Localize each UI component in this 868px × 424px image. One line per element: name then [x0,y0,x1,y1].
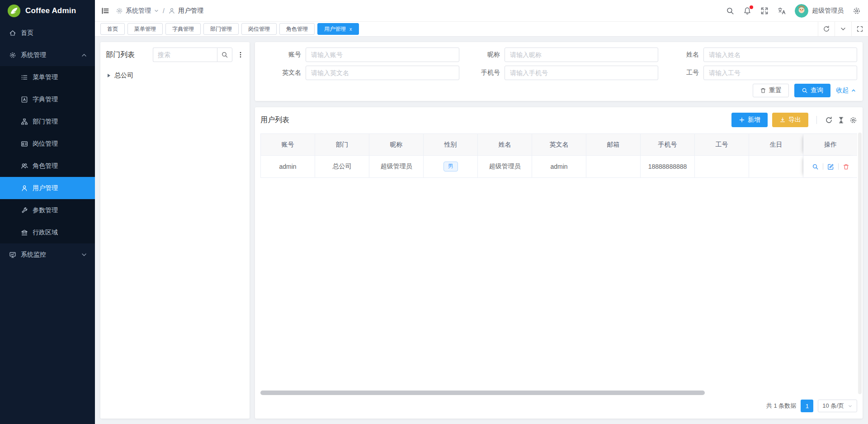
org-chart-icon [21,118,28,125]
col-header-en-name[interactable]: 英文名 [532,134,586,155]
sidebar-group-system[interactable]: 系统管理 [0,44,95,66]
vertical-scrollbar-track[interactable] [858,133,862,394]
translate-icon[interactable] [778,7,786,15]
tab-dict-mgmt[interactable]: 字典管理 [165,23,201,35]
tab-role-mgmt[interactable]: 角色管理 [279,23,315,35]
sidebar-item-param-mgmt[interactable]: 参数管理 [0,199,95,221]
tabbar-controls [818,22,868,36]
collapse-filter-link[interactable]: 收起 [836,86,856,95]
row-height-icon[interactable] [837,116,845,124]
col-header-phone[interactable]: 手机号 [641,134,695,155]
col-header-account[interactable]: 账号 [261,134,315,155]
chevron-down-icon [848,404,853,409]
tab-user-mgmt[interactable]: 用户管理 x [317,23,359,35]
refresh-icon[interactable] [818,22,835,36]
column-settings-gear-icon[interactable] [849,116,857,124]
nickname-input[interactable] [505,48,658,62]
field-label: 账号 [260,51,306,59]
caret-right-icon[interactable] [108,74,110,77]
col-header-email[interactable]: 邮箱 [586,134,641,155]
reset-label: 重置 [769,86,782,95]
id-card-icon [21,140,28,148]
filter-actions: 重置 查询 收起 [260,84,857,97]
right-column: 账号 昵称 姓名 英文名 [255,42,863,419]
notification-badge-dot [750,5,753,9]
sidebar-item-admin-region[interactable]: 行政区域 [0,221,95,243]
sidebar-item-menu-mgmt[interactable]: 菜单管理 [0,66,95,88]
col-header-dept[interactable]: 部门 [315,134,369,155]
tree-node-company[interactable]: 总公司 [106,69,244,82]
topbar: 系统管理 / 用户管理 [95,0,868,22]
sidebar-item-home[interactable]: 首页 [0,22,95,44]
tab-home[interactable]: 首页 [100,23,125,35]
collapse-sidebar-icon[interactable] [101,7,109,15]
col-header-job-no[interactable]: 工号 [695,134,749,155]
phone-input[interactable] [505,66,658,80]
sidebar-group-monitor[interactable]: 系统监控 [0,243,95,266]
collapse-label: 收起 [836,86,849,95]
tab-menu-mgmt[interactable]: 菜单管理 [127,23,163,35]
user-name: 超级管理员 [812,7,844,15]
filter-field-en-name: 英文名 [260,66,459,80]
search-icon [802,87,808,94]
sidebar-item-role-mgmt[interactable]: 角色管理 [0,155,95,177]
page-button-1[interactable]: 1 [801,400,813,412]
cell-gender: 男 [424,156,478,177]
sidebar-item-user-mgmt[interactable]: 用户管理 [0,177,95,199]
table-row[interactable]: admin 总公司 超级管理员 男 超级管理员 admin 1888888888… [260,156,857,178]
maximize-icon[interactable] [851,22,868,36]
tab-label: 部门管理 [210,25,232,33]
dept-search-button[interactable] [217,48,232,62]
breadcrumb: 系统管理 / 用户管理 [116,7,203,15]
user-list-card: 用户列表 新增 [255,107,863,419]
monitor-icon [9,251,16,258]
job-no-input[interactable] [703,66,857,80]
settings-gear-icon[interactable] [853,7,861,15]
en-name-input[interactable] [306,66,459,80]
cell-account: admin [261,156,315,177]
tab-label: 字典管理 [172,25,194,33]
dept-more-menu-icon[interactable] [237,51,244,58]
page-size-select[interactable]: 10 条/页 [818,400,857,412]
user-list-title: 用户列表 [260,115,289,125]
query-button[interactable]: 查询 [794,84,830,97]
search-icon[interactable] [726,7,734,15]
tab-post-mgmt[interactable]: 岗位管理 [241,23,277,35]
gear-icon [116,7,123,14]
view-icon[interactable] [812,163,819,170]
edit-icon[interactable] [827,163,834,170]
dept-panel-header: 部门列表 [106,48,244,62]
col-header-birthday[interactable]: 生日 [749,134,803,155]
sidebar-item-post-mgmt[interactable]: 岗位管理 [0,133,95,155]
delete-icon[interactable] [843,163,849,170]
col-header-nickname[interactable]: 昵称 [369,134,424,155]
add-button[interactable]: 新增 [731,113,768,127]
reset-button[interactable]: 重置 [753,84,789,97]
col-header-name[interactable]: 姓名 [478,134,532,155]
chevron-down-icon[interactable] [835,22,851,36]
breadcrumb-group[interactable]: 系统管理 [126,7,151,15]
filter-field-account: 账号 [260,48,459,62]
content: 部门列表 总公司 [95,37,868,424]
notifications-bell-icon[interactable] [743,7,751,15]
fullscreen-icon[interactable] [760,7,769,15]
cell-name: 超级管理员 [478,156,532,177]
export-button[interactable]: 导出 [772,113,808,127]
user-chip[interactable]: 超级管理员 [795,4,844,18]
cell-phone: 18888888888 [641,156,695,177]
pagination: 共 1 条数据 1 10 条/页 [260,399,857,413]
tab-label: 菜单管理 [134,25,156,33]
sidebar-item-dict-mgmt[interactable]: 字典管理 [0,88,95,110]
tab-close-icon[interactable]: x [349,27,352,32]
sidebar-item-dept-mgmt[interactable]: 部门管理 [0,110,95,133]
account-input[interactable] [306,48,459,62]
app-logo: Coffee Admin [0,0,95,22]
filter-field-nickname: 昵称 [459,48,658,62]
dept-search-input[interactable] [153,48,217,62]
tab-dept-mgmt[interactable]: 部门管理 [203,23,239,35]
dept-panel-title: 部门列表 [106,50,135,60]
refresh-icon[interactable] [825,116,833,124]
name-input[interactable] [703,48,857,62]
col-header-gender[interactable]: 性别 [424,134,478,155]
horizontal-scrollbar-thumb[interactable] [260,391,705,395]
